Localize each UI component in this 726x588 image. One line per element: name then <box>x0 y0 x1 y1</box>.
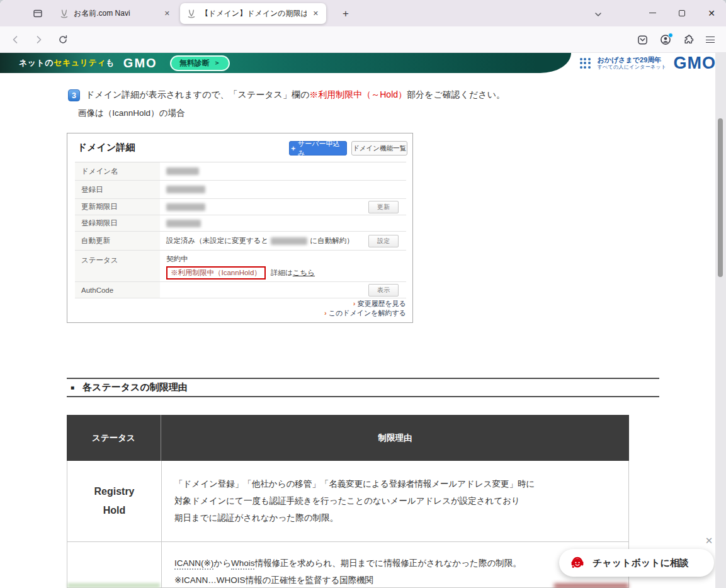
browser-window: お名前.com Navi ✕ 【ドメイン】ドメインの期限はまだある( ✕ + ✕ <box>0 0 726 588</box>
banner-copy: ネットのセキュリティも <box>19 57 115 69</box>
tab-close-icon[interactable]: ✕ <box>162 8 173 19</box>
tab-close-icon[interactable]: ✕ <box>310 8 321 19</box>
panel-footer-links: ›変更履歴を見る ›このドメインを解約する <box>324 299 406 318</box>
reload-button[interactable] <box>53 30 73 50</box>
firefox-view-button[interactable] <box>29 4 47 22</box>
gmo-banner-left[interactable]: ネットのセキュリティも GMO 無料診断＞ <box>0 53 571 73</box>
cancel-domain-link[interactable]: ›このドメインを解約する <box>324 308 406 318</box>
scrollbar-thumb[interactable] <box>718 118 723 277</box>
panel-title: ドメイン詳細 <box>77 142 135 154</box>
tab-domain-help-active[interactable]: 【ドメイン】ドメインの期限はまだある( ✕ <box>180 3 326 24</box>
table-header-row: ステータス 制限理由 <box>67 415 629 461</box>
row-label: 登録期限日 <box>75 215 160 231</box>
firefox-view-icon <box>33 8 43 18</box>
onamae-favicon-icon <box>59 9 69 19</box>
step-text-highlight: ※利用制限中（～Hold） <box>309 89 407 99</box>
minimize-icon <box>649 13 656 13</box>
domain-functions-button[interactable]: ドメイン機能一覧 <box>351 141 407 155</box>
maximize-icon <box>679 10 685 16</box>
reason-cell: 「ドメイン登録」「他社からの移管」「名義変更による登録者情報メールアドレス変更」… <box>162 461 628 541</box>
tab-onamae-navi[interactable]: お名前.com Navi ✕ <box>53 3 178 24</box>
settings-button[interactable]: 設定 <box>368 235 399 247</box>
table-row-status: ステータス 契約中 ※利用制限中（IcannHold） 詳細はこちら <box>75 251 406 282</box>
table-row-domain-name: ドメイン名 <box>75 162 406 181</box>
icann-term: ICANN(※) <box>174 558 213 570</box>
free-check-button[interactable]: 無料診断＞ <box>170 55 230 71</box>
domain-detail-table: ドメイン名 登録日 更新期限日 更新 登録期限日 自動更新 設定済み（未設定に変… <box>75 162 406 298</box>
arrow-right-icon: ＞ <box>214 59 220 67</box>
tab-strip: お名前.com Navi ✕ 【ドメイン】ドメインの期限はまだある( ✕ + ✕ <box>0 0 726 26</box>
tab-title: 【ドメイン】ドメインの期限はまだある( <box>201 8 307 19</box>
row-label: ドメイン名 <box>75 162 160 180</box>
table-row-registered-date: 登録日 <box>75 181 406 199</box>
detail-prefix: 詳細は <box>271 269 293 276</box>
extensions-puzzle-icon[interactable] <box>679 30 698 49</box>
close-window-button[interactable]: ✕ <box>697 0 726 26</box>
redacted-value <box>271 237 307 245</box>
section-title: 各ステータスの制限理由 <box>82 382 188 393</box>
partially-visible-next-row <box>67 583 160 588</box>
chatbot-button[interactable]: チャットボットに相談 <box>559 549 714 577</box>
list-all-tabs-button[interactable] <box>592 8 604 21</box>
apps-grid-icon[interactable] <box>580 58 591 69</box>
partially-visible-content <box>554 584 628 588</box>
status-value: 契約中 <box>166 254 406 264</box>
maximize-button[interactable] <box>667 0 696 26</box>
account-icon[interactable] <box>656 30 675 49</box>
tab-title: お名前.com Navi <box>74 8 158 19</box>
redacted-value <box>166 167 199 175</box>
new-tab-button[interactable]: + <box>337 6 354 22</box>
redacted-value <box>166 203 205 211</box>
row-label: AuthCode <box>75 282 160 298</box>
table-row-icann-hold: ICANN(※)からWhois情報修正を求められ、期日までに情報修正がされなかっ… <box>67 542 629 588</box>
row-label: 自動更新 <box>75 232 160 250</box>
whois-term: Whois <box>231 558 255 570</box>
chatbot-close-icon[interactable]: ✕ <box>703 535 715 546</box>
row-label: 更新期限日 <box>75 199 160 215</box>
back-button[interactable] <box>5 30 25 50</box>
auto-renew-text: 設定済み（未設定に変更すると <box>166 236 268 246</box>
detail-link[interactable]: こちら <box>293 269 315 276</box>
header-reason: 制限理由 <box>161 415 629 461</box>
auto-renew-text-after: に自動解約） <box>310 236 353 246</box>
onamae-favicon-icon <box>186 9 196 19</box>
step-number-badge: 3 <box>68 89 80 101</box>
renew-button[interactable]: 更新 <box>368 201 399 213</box>
status-reason-table: ステータス 制限理由 Registry Hold 「ドメイン登録」「他社からの移… <box>67 415 629 588</box>
row-label: ステータス <box>75 251 160 281</box>
header-status: ステータス <box>67 415 161 461</box>
gmo-banner-right[interactable]: おかげさまで29周年 すべての人にインターネット GMO <box>580 53 716 73</box>
square-bullet-icon: ■ <box>71 384 74 391</box>
minimize-button[interactable] <box>638 0 667 26</box>
table-row-registry-hold: Registry Hold 「ドメイン登録」「他社からの移管」「名義変更による登… <box>67 461 629 542</box>
status-name-cell <box>67 542 162 587</box>
domain-detail-panel: ドメイン詳細 ＋サーバー申込み ドメイン機能一覧 ドメイン名 登録日 更新期限日… <box>67 133 413 323</box>
navigation-toolbar: https://help.onamae.com/answer/15333 ☆ <box>0 26 726 53</box>
banner-copy-highlight: セキュリティ <box>54 58 106 67</box>
server-apply-button[interactable]: ＋サーバー申込み <box>289 141 347 155</box>
change-history-link[interactable]: ›変更履歴を見る <box>324 299 406 308</box>
chatbot-button-label: チャットボットに相談 <box>593 557 689 569</box>
pocket-icon[interactable] <box>633 30 652 49</box>
table-row-renewal-deadline: 更新期限日 更新 <box>75 199 406 215</box>
chatbot-operator-icon <box>569 554 586 572</box>
account-notification-dot <box>668 33 673 38</box>
redacted-value <box>166 220 201 227</box>
step-caption: 画像は（IcannHold）の場合 <box>78 108 184 119</box>
show-authcode-button[interactable]: 表示 <box>368 284 399 297</box>
gmo-logo-blue: GMO <box>674 54 717 73</box>
step-3-instruction: 3 ドメイン詳細が表示されますので、「ステータス」欄の※利用制限中（～Hold）… <box>68 89 505 101</box>
forward-button[interactable] <box>29 30 49 50</box>
plus-icon: ＋ <box>290 144 297 153</box>
reason-cell: ICANN(※)からWhois情報修正を求められ、期日までに情報修正がされなかっ… <box>162 542 628 587</box>
status-name-cell: Registry Hold <box>67 461 162 541</box>
gmo-ad-banner[interactable]: ネットのセキュリティも GMO 無料診断＞ おかげさまで29周年 すべての人にイ… <box>0 53 726 73</box>
hamburger-menu-icon[interactable] <box>701 30 720 49</box>
gmo-logo-white: GMO <box>123 56 157 71</box>
gmo-anniversary-text: おかげさまで29周年 すべての人にインターネット <box>598 56 667 70</box>
table-row-authcode: AuthCode 表示 <box>75 282 406 298</box>
section-heading: ■ 各ステータスの制限理由 <box>67 378 659 397</box>
step-text: ドメイン詳細が表示されますので、「ステータス」欄の※利用制限中（～Hold）部分… <box>86 89 505 101</box>
status-restricted-highlight: ※利用制限中（IcannHold） <box>166 266 266 280</box>
table-row-auto-renew: 自動更新 設定済み（未設定に変更するとに自動解約） 設定 <box>75 232 406 251</box>
